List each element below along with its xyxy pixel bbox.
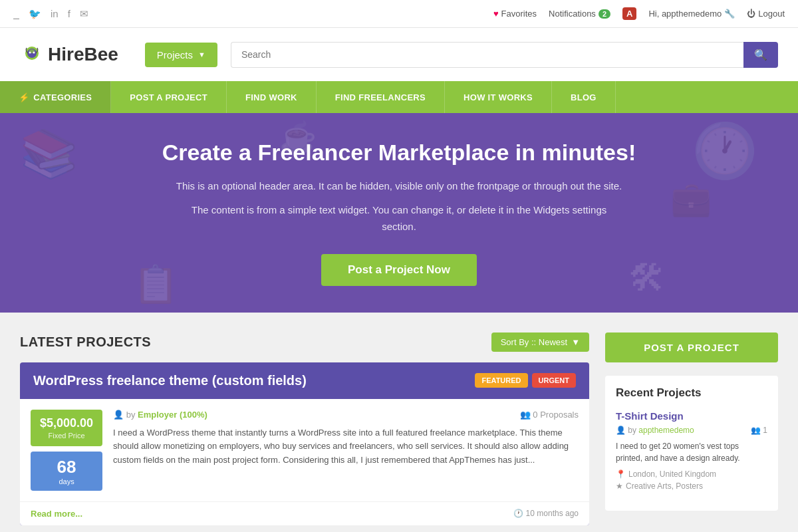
site-header: HireBee Projects ▼ 🔍: [0, 28, 798, 81]
recent-project-proposals: 👥 1: [751, 426, 767, 435]
price-value: $5,000.00: [40, 416, 93, 430]
nav-find-freelancers[interactable]: FIND FREELANCERS: [317, 81, 445, 113]
logo-bee-icon: [20, 43, 44, 66]
svg-point-4: [33, 52, 35, 54]
hero-cta-label: Post a Project Now: [348, 263, 450, 276]
nav-blog-label: BLOG: [571, 92, 597, 102]
read-more-link[interactable]: Read more...: [31, 509, 82, 519]
hero-sub1: This is an optional header area. It can …: [176, 178, 622, 195]
nav-find-freelancers-label: FIND FREELANCERS: [335, 92, 426, 102]
top-bar: ⎯ 🐦 in f ✉ ♥ Favorites Notifications 2 A…: [0, 0, 798, 28]
envelope-icon[interactable]: ✉: [80, 8, 88, 20]
search-button[interactable]: 🔍: [743, 42, 778, 68]
nav-find-work[interactable]: FIND WORK: [227, 81, 317, 113]
clock-icon: 🕐: [513, 509, 523, 518]
urgent-badge: URGENT: [532, 373, 576, 388]
recent-project-by: 👤 by appthemedemo: [616, 426, 694, 435]
nav-how-it-works[interactable]: HOW IT WORKS: [445, 81, 552, 113]
sort-arrow-icon: ▼: [571, 337, 580, 347]
twitter-icon[interactable]: 🐦: [29, 8, 41, 20]
dropdown-arrow-icon: ▼: [198, 51, 205, 59]
project-card: WordPress freelance theme (custom fields…: [20, 362, 589, 525]
recent-project-author-link[interactable]: appthemedemo: [638, 426, 694, 435]
post-project-sidebar-button[interactable]: POST A PROJECT: [605, 332, 778, 362]
price-type: Fixed Price: [40, 432, 93, 440]
main-content: LATEST PROJECTS Sort By :: Newest ▼ Word…: [0, 313, 798, 533]
project-price-column: $5,000.00 Fixed Price 68 days: [31, 410, 102, 491]
notifications-link[interactable]: Notifications 2: [549, 9, 610, 19]
search-input[interactable]: [231, 42, 743, 68]
project-card-header: WordPress freelance theme (custom fields…: [20, 362, 589, 399]
nav-categories[interactable]: ⚡ CATEGORIES: [0, 81, 111, 113]
logo[interactable]: HireBee: [20, 43, 118, 66]
left-column: LATEST PROJECTS Sort By :: Newest ▼ Word…: [20, 332, 589, 525]
nav-post-project-label: POST A PROJECT: [130, 92, 207, 102]
recent-project-title[interactable]: T-Shirt Design: [616, 410, 767, 422]
hero-decor-tools: 🛠: [628, 257, 665, 299]
facebook-icon[interactable]: f: [68, 8, 70, 19]
user-greeting-link[interactable]: Hi, appthemedemo 🔧: [648, 9, 735, 19]
logout-label: Logout: [758, 9, 785, 19]
recent-project-meta: 👤 by appthemedemo 👥 1: [616, 426, 767, 435]
price-box: $5,000.00 Fixed Price: [31, 410, 102, 446]
project-badges: FEATURED URGENT: [475, 373, 576, 388]
sidebar-recent-projects: Recent Projects T-Shirt Design 👤 by appt…: [605, 376, 778, 511]
recent-project-item: T-Shirt Design 👤 by appthemedemo 👥 1 I n…: [616, 410, 767, 500]
featured-badge: FEATURED: [475, 373, 527, 388]
logo-text: HireBee: [48, 44, 118, 65]
projects-button[interactable]: Projects ▼: [145, 43, 217, 67]
sort-label: Sort By :: Newest: [501, 337, 567, 347]
notifications-badge: 2: [598, 9, 610, 19]
days-box: 68 days: [31, 452, 102, 491]
time-ago: 🕐 10 months ago: [513, 509, 579, 519]
main-nav: ⚡ CATEGORIES POST A PROJECT FIND WORK FI…: [0, 81, 798, 113]
project-meta: 👤 by Employer (100%) 👥 0 Proposals: [113, 410, 579, 420]
favorites-label: Favorites: [501, 9, 537, 19]
admin-icon: A: [622, 7, 636, 20]
by-label: by: [126, 410, 138, 420]
sort-button[interactable]: Sort By :: Newest ▼: [491, 332, 589, 352]
project-title: WordPress freelance theme (custom fields…: [33, 373, 307, 388]
nav-blog[interactable]: BLOG: [552, 81, 616, 113]
logout-link[interactable]: ⏻ Logout: [747, 9, 785, 19]
nav-categories-label: CATEGORIES: [33, 92, 92, 102]
hero-section: 📚 🕐 📋 🛠 ☕ 💼 Create a Freelancer Marketpl…: [0, 113, 798, 313]
hero-decor-clock: 🕐: [692, 120, 758, 182]
power-icon: ⏻: [747, 9, 755, 19]
proposals-text: 👥 0 Proposals: [520, 410, 579, 420]
section-header: LATEST PROJECTS Sort By :: Newest ▼: [20, 332, 589, 352]
notifications-label: Notifications: [549, 9, 596, 19]
hero-cta-button[interactable]: Post a Project Now: [321, 254, 477, 286]
project-by: 👤 by Employer (100%): [113, 410, 207, 420]
svg-point-3: [29, 52, 31, 54]
days-label: days: [40, 477, 93, 485]
pin-icon: 📍: [616, 469, 626, 479]
nav-post-project[interactable]: POST A PROJECT: [111, 81, 227, 113]
rss-icon[interactable]: ⎯: [13, 8, 19, 19]
recent-project-location: 📍 London, United Kingdom: [616, 469, 767, 479]
project-info-column: 👤 by Employer (100%) 👥 0 Proposals I nee…: [113, 410, 579, 491]
hero-sub2: The content is from a simple text widget…: [173, 201, 625, 235]
social-links: ⎯ 🐦 in f ✉: [13, 8, 88, 20]
project-card-footer: Read more... 🕐 10 months ago: [20, 501, 589, 525]
search-wrapper: 🔍: [231, 42, 778, 68]
linkedin-icon[interactable]: in: [51, 8, 59, 19]
hero-title: Create a Freelancer Marketplace in minut…: [162, 140, 636, 166]
logo-hire: Hire: [48, 44, 84, 65]
days-value: 68: [40, 457, 93, 477]
admin-icon-link[interactable]: A: [622, 7, 636, 20]
heart-icon: ♥: [493, 9, 499, 19]
employer-link[interactable]: Employer (100%): [138, 410, 207, 420]
favorites-link[interactable]: ♥ Favorites: [493, 9, 537, 19]
latest-projects-title: LATEST PROJECTS: [20, 334, 151, 350]
recent-project-desc: I need to get 20 women's vest tops print…: [616, 440, 767, 464]
employer-pct: (100%): [180, 410, 207, 420]
top-bar-right: ♥ Favorites Notifications 2 A Hi, appthe…: [493, 7, 785, 20]
user-greeting: Hi, appthemedemo: [648, 9, 722, 19]
wrench-icon: 🔧: [724, 9, 735, 19]
nav-how-it-works-label: HOW IT WORKS: [464, 92, 533, 102]
projects-label: Projects: [157, 49, 193, 61]
recent-project-tags: ★ Creative Arts, Posters: [616, 481, 767, 491]
hero-decor-books: 📚: [20, 126, 78, 181]
recent-projects-title: Recent Projects: [616, 386, 767, 400]
